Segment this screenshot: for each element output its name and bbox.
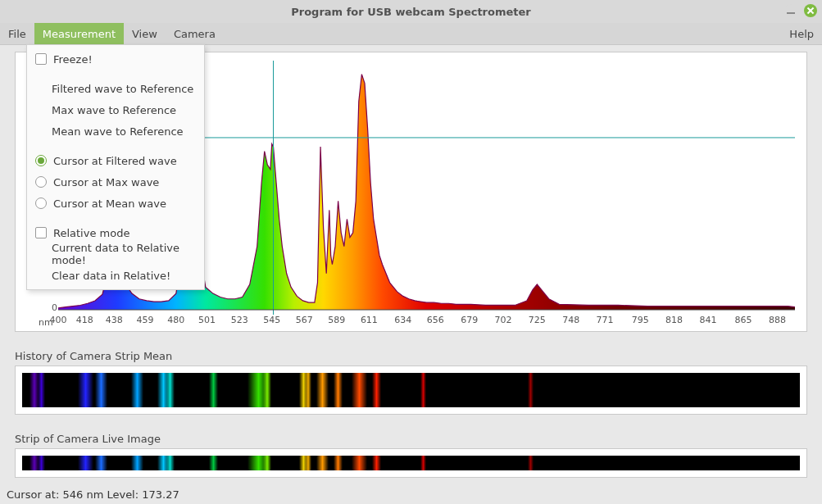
x-tick: 418 xyxy=(76,315,93,325)
radio-selected-icon xyxy=(35,155,47,166)
menu-relative-mode-label: Relative mode xyxy=(53,227,129,239)
x-tick: 438 xyxy=(106,315,123,325)
menu-cursor-max-label: Cursor at Max wave xyxy=(53,176,159,188)
x-tick: 888 xyxy=(769,315,786,325)
x-tick: 567 xyxy=(296,315,313,325)
x-tick: 523 xyxy=(231,315,248,325)
x-tick: 702 xyxy=(494,315,511,325)
menu-current-to-relative[interactable]: Current data to Relative mode! xyxy=(27,243,204,265)
menu-view[interactable]: View xyxy=(124,23,166,44)
x-tick: 545 xyxy=(263,315,280,325)
axis-zero-label: 0 xyxy=(52,302,57,313)
menu-freeze[interactable]: Freeze! xyxy=(27,48,204,70)
window-titlebar: Program for USB webcam Spectrometer xyxy=(0,0,822,23)
close-icon[interactable] xyxy=(804,4,817,17)
statusbar: Cursor at: 546 nm Level: 173.27 xyxy=(0,484,822,504)
menu-filtered-to-ref[interactable]: Filtered wave to Reference xyxy=(27,78,204,99)
x-tick: 589 xyxy=(328,315,345,325)
menu-cursor-mean[interactable]: Cursor at Mean wave xyxy=(27,193,204,214)
status-text: Cursor at: 546 nm Level: 173.27 xyxy=(7,488,179,501)
menu-file[interactable]: File xyxy=(0,23,34,44)
history-strip xyxy=(22,373,800,407)
x-tick: 480 xyxy=(167,315,184,325)
x-tick: 841 xyxy=(699,315,716,325)
checkbox-icon xyxy=(35,227,47,238)
x-tick: 795 xyxy=(632,315,649,325)
menu-help[interactable]: Help xyxy=(781,23,822,44)
menu-freeze-label: Freeze! xyxy=(53,53,93,66)
menu-mean-to-ref[interactable]: Mean wave to Reference xyxy=(27,120,204,142)
menu-measurement[interactable]: Measurement xyxy=(34,23,124,44)
x-tick: 725 xyxy=(529,315,546,325)
x-tick: 818 xyxy=(665,315,683,325)
x-axis-ticks: 4004184384594805015235455675896116346566… xyxy=(16,315,806,328)
menu-camera[interactable]: Camera xyxy=(166,23,224,44)
checkbox-icon xyxy=(35,53,47,65)
live-panel-label: Strip of Camera Live Image xyxy=(15,433,807,445)
menu-max-to-ref[interactable]: Max wave to Reference xyxy=(27,99,204,120)
radio-icon xyxy=(35,176,47,188)
window-title: Program for USB webcam Spectrometer xyxy=(291,6,531,18)
x-tick: 656 xyxy=(427,315,444,325)
history-panel-label: History of Camera Strip Mean xyxy=(15,350,807,362)
menubar: File Measurement View Camera Help xyxy=(0,23,822,45)
x-tick: 400 xyxy=(50,315,67,325)
x-tick: 865 xyxy=(735,315,752,325)
menu-cursor-filtered[interactable]: Cursor at Filtered wave xyxy=(27,150,204,171)
menu-cursor-mean-label: Cursor at Mean wave xyxy=(53,198,166,210)
live-strip-frame xyxy=(15,448,807,478)
menu-relative-mode[interactable]: Relative mode xyxy=(27,222,204,243)
history-strip-frame xyxy=(15,366,807,415)
minimize-icon[interactable] xyxy=(784,4,797,17)
menu-clear-relative[interactable]: Clear data in Relative! xyxy=(27,265,204,286)
measurement-dropdown: Freeze! Filtered wave to Reference Max w… xyxy=(26,44,205,290)
live-strip xyxy=(22,456,800,470)
x-tick: 611 xyxy=(361,315,378,325)
menu-cursor-filtered-label: Cursor at Filtered wave xyxy=(53,155,177,167)
x-tick: 501 xyxy=(198,315,216,325)
x-tick: 459 xyxy=(137,315,154,325)
x-tick: 748 xyxy=(562,315,579,325)
x-tick: 634 xyxy=(394,315,411,325)
menu-cursor-max[interactable]: Cursor at Max wave xyxy=(27,171,204,193)
x-tick: 679 xyxy=(461,315,478,325)
radio-icon xyxy=(35,198,47,209)
x-tick: 771 xyxy=(597,315,614,325)
